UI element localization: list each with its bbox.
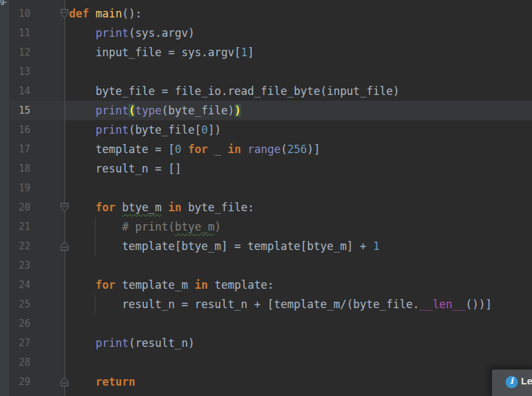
- side-panel-label: \F: [0, 0, 7, 7]
- code-token: in: [228, 143, 241, 156]
- code-line[interactable]: # print(btye_m): [69, 217, 221, 236]
- line-number[interactable]: 20: [9, 198, 30, 217]
- code-token: def: [69, 7, 89, 20]
- code-line[interactable]: result_n = result_n + [template_m/(byte_…: [69, 295, 492, 314]
- code-token: [69, 375, 96, 388]
- code-token: _: [208, 143, 228, 156]
- code-token: result_n = result_n + [template_m/(byte_…: [69, 298, 419, 311]
- code-line[interactable]: input_file = sys.argv[1]: [69, 43, 254, 62]
- code-token: (byte_file[: [128, 123, 201, 136]
- code-token: (: [128, 104, 135, 117]
- code-token: [89, 7, 96, 20]
- code-token: template = [: [69, 143, 175, 156]
- code-token: ): [214, 220, 221, 233]
- code-token: for: [96, 201, 116, 214]
- fold-end-icon[interactable]: [60, 241, 69, 251]
- code-token: template_m: [116, 278, 195, 291]
- code-line[interactable]: template = [0 for _ in range(256)]: [69, 140, 320, 159]
- code-token: (sys.argv): [128, 26, 194, 39]
- line-number[interactable]: 28: [9, 353, 30, 372]
- code-token: [241, 143, 247, 156]
- side-panel-edge[interactable]: \F: [0, 0, 9, 396]
- code-token: )]: [307, 143, 320, 156]
- code-token: return: [96, 375, 135, 388]
- code-token: ): [234, 104, 241, 117]
- code-token: [181, 143, 188, 156]
- line-number[interactable]: 26: [9, 314, 30, 333]
- code-token: ():: [122, 7, 142, 20]
- gutter-divider: [65, 0, 65, 396]
- code-line[interactable]: byte_file = file_io.read_file_byte(input…: [69, 81, 400, 101]
- fold-start-icon[interactable]: [60, 202, 69, 213]
- code-token: [69, 278, 96, 291]
- code-line[interactable]: print(result_n): [69, 333, 195, 353]
- fold-end-icon[interactable]: [60, 377, 69, 387]
- code-token: for: [188, 143, 208, 156]
- code-token: (result_n): [128, 337, 194, 349]
- code-token: ]: [247, 46, 254, 59]
- code-token: input_file = sys.argv[: [69, 46, 241, 59]
- code-token: btye_m: [175, 220, 214, 233]
- code-line[interactable]: print(sys.argv): [69, 23, 195, 43]
- code-token: print: [96, 337, 128, 349]
- code-token: type: [135, 104, 161, 117]
- code-token: 1: [241, 46, 247, 59]
- code-token: template:: [208, 278, 274, 291]
- code-line[interactable]: print(byte_file[0]): [69, 120, 221, 140]
- code-token: [69, 201, 96, 214]
- code-token: for: [96, 278, 116, 291]
- code-line[interactable]: print(type(byte_file)): [69, 101, 241, 120]
- code-line[interactable]: template[btye_m] = template[btye_m] + 1: [69, 236, 380, 256]
- fold-start-icon[interactable]: [60, 8, 69, 19]
- line-number[interactable]: 19: [9, 178, 30, 198]
- line-number[interactable]: 21: [9, 217, 30, 236]
- line-number[interactable]: 18: [9, 159, 30, 178]
- code-line[interactable]: for template_m in template:: [69, 275, 274, 295]
- line-number[interactable]: 17: [9, 140, 30, 159]
- code-token: 256: [287, 143, 307, 156]
- code-token: print: [96, 123, 128, 136]
- code-token: result_n = []: [69, 162, 181, 175]
- line-number[interactable]: 16: [9, 120, 30, 140]
- line-number[interactable]: 27: [9, 333, 30, 353]
- code-token: main: [96, 7, 122, 20]
- line-number[interactable]: 10: [9, 4, 30, 23]
- code-token: [116, 201, 122, 214]
- code-token: print: [96, 104, 128, 117]
- line-number[interactable]: 24: [9, 275, 30, 295]
- line-number[interactable]: 25: [9, 295, 30, 314]
- code-line[interactable]: return: [69, 372, 135, 391]
- code-token: # print(: [69, 220, 175, 233]
- code-token: [161, 201, 168, 214]
- code-token: [69, 104, 96, 117]
- code-token: (: [281, 143, 287, 156]
- code-token: byte_file:: [181, 201, 254, 214]
- line-number[interactable]: 29: [9, 372, 30, 391]
- code-token: btye_m: [122, 201, 161, 214]
- code-line[interactable]: def main():: [69, 4, 142, 23]
- line-number[interactable]: 22: [9, 236, 30, 256]
- code-token: [69, 26, 96, 39]
- code-token: 0: [201, 123, 208, 136]
- notification-popup[interactable]: i Le: [492, 370, 532, 396]
- line-number[interactable]: 13: [9, 62, 30, 81]
- code-line[interactable]: for btye_m in byte_file:: [69, 198, 254, 217]
- code-token: ())]: [466, 298, 492, 311]
- code-line[interactable]: result_n = []: [69, 159, 181, 178]
- code-token: (byte_file): [161, 104, 234, 117]
- line-number[interactable]: 23: [9, 256, 30, 275]
- info-icon: i: [506, 376, 518, 388]
- line-number[interactable]: 12: [9, 43, 30, 62]
- line-number[interactable]: 14: [9, 81, 30, 101]
- code-token: 1: [373, 240, 380, 253]
- line-number[interactable]: 11: [9, 23, 30, 43]
- code-token: range: [247, 143, 280, 156]
- code-token: template[btye_m] = template[btye_m] +: [69, 240, 373, 253]
- line-number[interactable]: 15: [9, 101, 30, 120]
- code-token: [69, 123, 96, 136]
- notification-label: Le: [521, 375, 532, 386]
- code-token: byte_file = file_io.read_file_byte(input…: [69, 85, 400, 98]
- code-token: in: [195, 278, 208, 291]
- code-editor-window: \F 10def main():11 print(sys.argv)12 inp…: [0, 0, 532, 396]
- code-token: ]): [208, 123, 221, 136]
